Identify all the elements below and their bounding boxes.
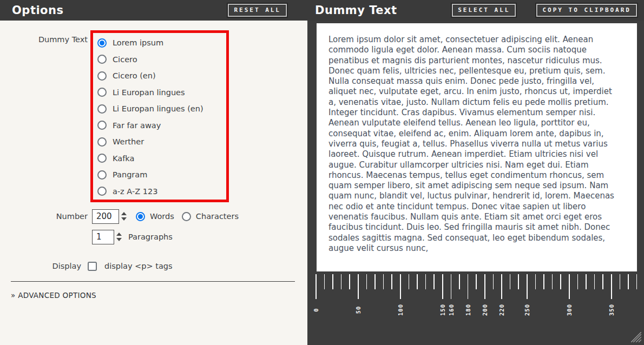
copy-to-clipboard-button[interactable]: COPY TO CLIPBOARD: [536, 4, 637, 17]
ruler-tick: [383, 274, 384, 289]
ruler-tick: [543, 274, 544, 289]
ruler-tick-label: 0: [313, 300, 319, 320]
reset-all-button[interactable]: RESET ALL: [228, 4, 287, 17]
ruler-tick: [527, 274, 528, 299]
ruler-tick: [341, 274, 342, 289]
word-count-input[interactable]: [92, 209, 119, 224]
radio-option-label: Pangram: [113, 170, 147, 179]
radio-unchecked-icon: [97, 104, 107, 114]
number-field-label: Number: [0, 212, 88, 221]
ruler-tick: [569, 274, 570, 299]
ruler-tick: [451, 274, 452, 299]
radio-option-li-europan-lingues-en[interactable]: Li Europan lingues (en): [97, 101, 226, 117]
ruler-tick-label: 160: [448, 300, 455, 320]
display-p-tags-label: display <p> tags: [104, 262, 173, 270]
ruler-tick-label: 100: [397, 300, 404, 320]
dummy-text-radio-group-highlight: Lorem ipsum Cicero Cicero (en) Li Europa…: [90, 30, 229, 202]
paragraph-count-stepper: [116, 233, 122, 241]
radio-option-label: Far far away: [113, 121, 161, 130]
characters-radio[interactable]: [182, 212, 191, 221]
ruler-tick: [476, 274, 477, 289]
stepper-up-icon[interactable]: [121, 212, 127, 215]
radio-option-lorem-ipsum[interactable]: Lorem ipsum: [97, 35, 226, 51]
ruler: 050100150160180200220250300350: [316, 273, 640, 338]
words-radio[interactable]: [136, 212, 145, 221]
radio-option-kafka[interactable]: Kafka: [97, 150, 226, 167]
ruler-tick: [358, 274, 359, 299]
ruler-tick-label: 50: [355, 300, 362, 320]
ruler-tick: [628, 274, 629, 289]
radio-option-label: Li Europan lingues: [113, 88, 185, 97]
advanced-options-link[interactable]: » ADVANCED OPTIONS: [11, 291, 96, 300]
ruler-tick: [417, 274, 418, 289]
ruler-tick-label: 300: [566, 300, 573, 320]
radio-unchecked-icon: [97, 121, 107, 130]
radio-unchecked-icon: [97, 187, 107, 196]
paragraph-count-input[interactable]: [92, 230, 114, 244]
ruler-tick-label: 220: [498, 300, 505, 320]
radio-option-label: a-z A-Z 123: [113, 187, 157, 196]
ruler-tick: [409, 274, 410, 289]
ruler-tick: [577, 274, 579, 289]
ruler-tick: [324, 274, 325, 289]
ruler-tick: [484, 274, 485, 299]
ruler-tick-label: 180: [465, 300, 471, 320]
radio-option-label: Werther: [113, 137, 144, 146]
display-p-tags-checkbox[interactable]: [88, 262, 97, 271]
ruler-tick: [400, 274, 401, 299]
ruler-tick: [366, 274, 367, 289]
options-panel: Dummy Text Lorem ipsum Cicero Cicero (en…: [0, 21, 307, 345]
ruler-tick-label: 350: [608, 300, 615, 320]
radio-option-pangram[interactable]: Pangram: [97, 167, 226, 183]
options-header: Options RESET ALL: [0, 0, 307, 21]
display-field-label: Display: [0, 262, 81, 270]
ruler-tick-label: 200: [482, 300, 488, 320]
radio-option-label: Kafka: [113, 154, 134, 163]
radio-option-label: Li Europan lingues (en): [113, 104, 203, 113]
stepper-down-icon[interactable]: [116, 238, 122, 241]
radio-unchecked-icon: [97, 55, 107, 64]
radio-checked-icon: [97, 38, 107, 48]
ruler-tick: [501, 274, 502, 299]
radio-option-cicero-en[interactable]: Cicero (en): [97, 68, 226, 84]
radio-option-a-z-123[interactable]: a-z A-Z 123: [97, 183, 226, 200]
ruler-tick: [374, 274, 376, 289]
select-all-button[interactable]: SELECT ALL: [452, 4, 516, 17]
ruler-tick: [594, 274, 595, 289]
radio-unchecked-icon: [97, 170, 107, 180]
radio-unchecked-icon: [97, 71, 107, 81]
ruler-tick: [433, 274, 435, 289]
radio-option-label: Lorem ipsum: [113, 38, 163, 47]
output-panel: Lorem ipsum dolor sit amet, consectetuer…: [307, 21, 644, 345]
section-divider: [11, 281, 295, 282]
ruler-tick: [535, 274, 536, 289]
radio-unchecked-icon: [97, 88, 107, 97]
ruler-tick: [552, 274, 553, 289]
ruler-tick: [316, 274, 317, 299]
ruler-tick: [349, 274, 350, 289]
radio-option-li-europan-lingues[interactable]: Li Europan lingues: [97, 84, 226, 101]
ruler-tick: [518, 274, 519, 289]
ruler-tick: [560, 274, 561, 289]
radio-unchecked-icon: [97, 154, 107, 163]
radio-option-label: Cicero (en): [113, 71, 156, 80]
dummy-text-title: Dummy Text: [315, 4, 397, 17]
radio-option-cicero[interactable]: Cicero: [97, 51, 226, 68]
ruler-tick: [493, 274, 494, 289]
ruler-tick: [620, 274, 621, 289]
radio-option-label: Cicero: [113, 55, 137, 64]
ruler-tick-label: 250: [524, 300, 530, 320]
stepper-up-icon[interactable]: [116, 233, 122, 236]
words-radio-label: Words: [150, 212, 174, 221]
paragraphs-label: Paragraphs: [128, 233, 173, 241]
stepper-down-icon[interactable]: [121, 217, 127, 221]
ruler-tick: [468, 274, 469, 299]
dummy-text-header: Dummy Text SELECT ALL COPY TO CLIPBOARD: [307, 0, 644, 21]
ruler-tick: [425, 274, 426, 289]
ruler-tick: [586, 274, 587, 289]
ruler-tick: [442, 274, 443, 299]
radio-option-far-far-away[interactable]: Far far away: [97, 117, 226, 134]
ruler-tick-label: 150: [439, 300, 446, 320]
radio-option-werther[interactable]: Werther: [97, 134, 226, 150]
dummy-text-output[interactable]: Lorem ipsum dolor sit amet, consectetuer…: [317, 23, 637, 271]
